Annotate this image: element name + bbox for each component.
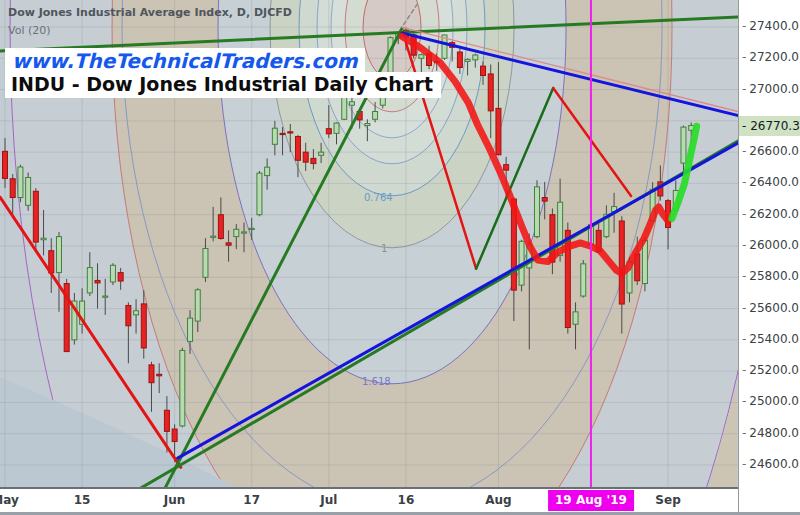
tick-mark: -: [742, 175, 746, 189]
price-value: 24600.0: [749, 457, 799, 471]
price-tick-label: -26200.0: [742, 207, 799, 221]
candle-body: [249, 228, 254, 229]
tick-mark: -: [742, 426, 746, 440]
tick-mark: -: [742, 269, 746, 283]
candle-body: [141, 304, 146, 348]
candle-body: [218, 215, 223, 239]
candle-body: [573, 312, 578, 324]
candle-body: [488, 74, 493, 111]
candlestick: [64, 279, 69, 352]
time-tick-label: Aug: [485, 493, 511, 507]
candlestick: [180, 348, 185, 428]
candle-body: [126, 305, 131, 325]
time-tick-label: 15: [74, 493, 91, 507]
candle-body: [534, 187, 539, 237]
price-value: 25800.0: [749, 269, 799, 283]
candle-body: [157, 374, 162, 376]
time-tick-label: May: [0, 493, 19, 507]
tick-mark: -: [742, 457, 746, 471]
candlestick: [18, 165, 23, 203]
candle-body: [504, 165, 509, 170]
candle-body: [226, 243, 231, 245]
candle-body: [334, 123, 339, 133]
price-tick-label: -25800.0: [742, 269, 799, 283]
candle-body: [211, 236, 216, 237]
tick-mark: -: [742, 82, 746, 96]
candle-body: [180, 350, 185, 425]
candle-body: [349, 102, 354, 105]
candle-body: [342, 95, 347, 119]
tick-mark: -: [742, 394, 746, 408]
price-tick-label: -27200.0: [742, 50, 799, 64]
time-tick-label: 16: [398, 493, 415, 507]
candle-body: [681, 127, 686, 163]
candle-body: [188, 318, 193, 341]
candlestick: [72, 293, 77, 345]
candle-body: [326, 129, 331, 134]
price-tick-label: -26600.0: [742, 144, 799, 158]
price-tick-label: -26000.0: [742, 238, 799, 252]
candle-body: [272, 128, 277, 144]
candle-body: [295, 137, 300, 161]
chart-window: 0.2360.76411.618 Dow Jones Industrial Av…: [0, 0, 800, 515]
candlestick: [257, 171, 262, 216]
candle-body: [496, 108, 501, 154]
price-value: 26000.0: [749, 238, 799, 252]
candle-body: [103, 296, 108, 297]
candle-body: [419, 55, 424, 59]
candle-body: [319, 152, 324, 155]
candle-body: [87, 268, 92, 293]
candle-body: [195, 290, 200, 321]
candle-body: [642, 240, 647, 283]
price-tick-label: -24600.0: [742, 457, 799, 471]
candle-body: [118, 273, 123, 281]
candle-body: [10, 179, 15, 198]
candle-body: [542, 198, 547, 202]
price-tick-label: -25400.0: [742, 332, 799, 346]
candle-body: [164, 410, 169, 431]
watermark-site-link[interactable]: www.TheTechnicalTraders.com: [5, 48, 365, 75]
price-value: 27200.0: [749, 50, 799, 64]
price-value: 25000.0: [749, 394, 799, 408]
symbol-title: Dow Jones Industrial Average Index, D, D…: [8, 6, 292, 19]
price-value: 25200.0: [749, 363, 799, 377]
candle-body: [56, 237, 61, 273]
time-tick-label: 17: [243, 493, 260, 507]
event-date-badge: 19 Aug '19: [548, 490, 634, 511]
candle-body: [365, 124, 370, 126]
time-axis[interactable]: 19 Aug '19 May15Jun17Jul16AugSep: [0, 488, 800, 513]
tick-mark: -: [742, 19, 746, 33]
candle-body: [95, 280, 100, 283]
price-tick-label: -25000.0: [742, 394, 799, 408]
candle-body: [457, 52, 462, 67]
candle-body: [172, 429, 177, 442]
price-tick-label: -27400.0: [742, 19, 799, 33]
price-value: 25600.0: [749, 301, 799, 315]
price-value: 26600.0: [749, 144, 799, 158]
price-tick-label: -27000.0: [742, 82, 799, 96]
price-value: 24800.0: [749, 426, 799, 440]
candle-body: [18, 167, 23, 198]
candle-body: [26, 177, 31, 205]
candle-body: [3, 151, 8, 178]
candle-body: [473, 55, 478, 60]
fib-level-label: 1.618: [362, 376, 391, 387]
candle-body: [288, 132, 293, 133]
time-tick-label: Jul: [320, 493, 337, 507]
candle-body: [581, 264, 586, 296]
candle-body: [149, 365, 154, 383]
candlestick: [581, 260, 586, 298]
tick-mark: -: [742, 50, 746, 64]
indicator-label: Vol (20): [8, 24, 51, 37]
price-value: 27400.0: [749, 19, 799, 33]
price-axis[interactable]: - 26770.3 -27400.0-27200.0-27000.0-26600…: [738, 0, 800, 488]
price-tick-label: -26400.0: [742, 175, 799, 189]
price-tick-label: -25600.0: [742, 301, 799, 315]
candle-body: [265, 167, 270, 175]
candle-body: [110, 265, 115, 282]
candle-body: [242, 232, 247, 233]
tick-mark: -: [742, 301, 746, 315]
axis-corner-box: [738, 488, 800, 512]
candle-body: [303, 152, 308, 162]
fib-level-label: 1: [381, 243, 387, 254]
